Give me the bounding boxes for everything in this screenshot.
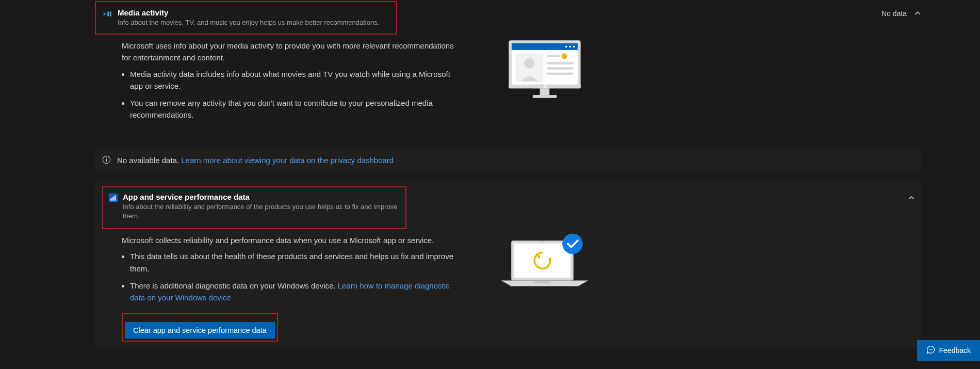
chart-bar-icon [108, 194, 118, 203]
perf-section-body: Microsoft collects reliability and perfo… [95, 229, 921, 346]
svg-rect-14 [547, 67, 574, 70]
svg-rect-25 [112, 197, 113, 201]
learn-more-privacy-link[interactable]: Learn more about viewing your data on th… [181, 156, 394, 165]
svg-point-37 [932, 349, 933, 350]
media-section-subtitle: Info about the movies, TV, and music you… [118, 18, 389, 27]
svg-point-6 [573, 46, 575, 48]
media-activity-header[interactable]: Media activity Info about the movies, TV… [95, 1, 397, 35]
notif-prefix: No available data. [117, 156, 179, 165]
svg-rect-28 [514, 244, 571, 278]
media-bullet-1: Media activity data includes info about … [130, 68, 457, 92]
svg-marker-0 [104, 12, 106, 16]
info-icon [102, 155, 111, 166]
feedback-button[interactable]: Feedback [917, 340, 980, 361]
chat-bubble-icon [926, 345, 935, 356]
chevron-up-icon[interactable] [908, 195, 915, 202]
monitor-illustration [498, 36, 591, 126]
svg-point-29 [542, 241, 544, 243]
svg-rect-13 [547, 62, 574, 65]
svg-rect-33 [534, 281, 550, 283]
svg-point-21 [106, 157, 107, 158]
svg-rect-22 [106, 159, 107, 162]
svg-point-10 [524, 58, 534, 69]
svg-rect-19 [533, 95, 557, 98]
perf-intro-text: Microsoft collects reliability and perfo… [122, 234, 457, 246]
svg-rect-18 [540, 88, 550, 95]
perf-bullet-1: This data tells us about the health of t… [130, 250, 457, 275]
svg-rect-26 [114, 196, 115, 201]
svg-point-11 [562, 54, 567, 59]
clear-performance-data-button[interactable]: Clear app and service performance data [125, 322, 275, 339]
media-bullet-2: You can remove any activity that you don… [130, 97, 457, 121]
media-section-body: Microsoft uses info about your media act… [95, 35, 921, 131]
no-data-notification: No available data. Learn more about view… [95, 149, 921, 172]
svg-point-17 [544, 85, 546, 88]
media-play-icon [103, 9, 112, 19]
perf-section-title: App and service performance data [123, 192, 400, 201]
svg-point-36 [930, 349, 931, 350]
svg-rect-15 [547, 73, 574, 75]
svg-rect-2 [110, 12, 111, 17]
laptop-illustration [498, 230, 591, 342]
perf-section-subtitle: Info about the reliability and performan… [123, 202, 400, 221]
svg-rect-24 [110, 199, 111, 201]
media-status-text: No data [881, 9, 907, 18]
media-section-title: Media activity [118, 8, 389, 17]
media-intro-text: Microsoft uses info about your media act… [122, 40, 457, 64]
svg-point-7 [569, 46, 571, 48]
svg-point-8 [565, 46, 567, 48]
svg-rect-1 [107, 12, 109, 17]
svg-point-35 [929, 349, 930, 350]
performance-section-header[interactable]: App and service performance data Info ab… [95, 181, 921, 229]
perf-bullet-2: There is additional diagnostic data on y… [130, 281, 336, 290]
feedback-label: Feedback [939, 346, 971, 355]
svg-rect-5 [512, 43, 578, 50]
chevron-up-icon[interactable] [914, 10, 921, 17]
svg-rect-12 [547, 55, 561, 57]
svg-point-34 [562, 234, 583, 254]
